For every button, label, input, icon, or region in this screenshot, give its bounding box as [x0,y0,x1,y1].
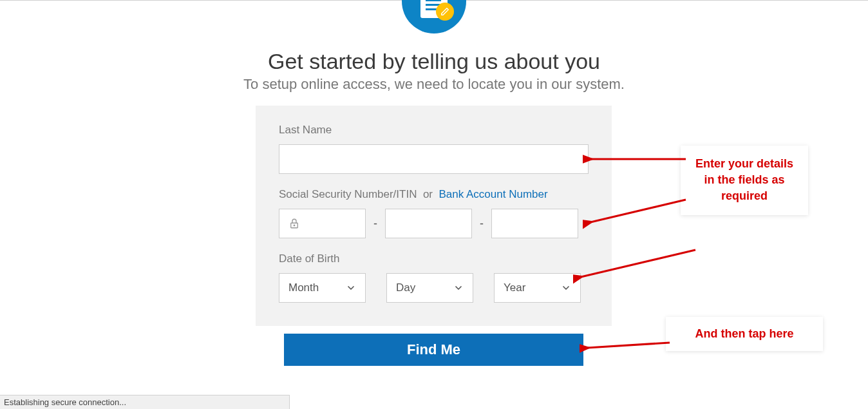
last-name-label: Last Name [279,124,589,137]
ssn-dash-1: - [373,217,377,231]
year-select[interactable]: Year [494,273,581,303]
chevron-down-icon [561,283,571,293]
annotation-arrow-4 [580,336,673,356]
ssn-input-1[interactable] [279,209,366,238]
lock-icon [288,218,300,229]
chevron-down-icon [346,283,356,293]
day-select-label: Day [396,281,415,294]
month-select[interactable]: Month [279,273,366,303]
ssn-label-row: Social Security Number/ITIN or Bank Acco… [279,188,589,201]
month-select-label: Month [288,281,319,294]
ssn-label-text: Social Security Number/ITIN [279,188,417,200]
chevron-down-icon [453,283,464,293]
find-me-button[interactable]: Find Me [284,334,583,366]
dob-row: Month Day Year [279,273,589,303]
status-bar: Establishing secure connection... [0,395,290,409]
ssn-or-text: or [423,188,433,200]
year-select-label: Year [504,281,525,294]
bank-account-link[interactable]: Bank Account Number [439,188,547,200]
ssn-dash-2: - [480,217,484,231]
page-subheading: To setup online access, we need to locat… [0,76,868,93]
header-icon-circle [402,0,466,33]
svg-point-1 [294,225,295,226]
pencil-badge-icon [436,3,454,21]
ssn-input-3[interactable] [491,209,578,238]
annotation-tap-box: And then tap here [666,317,823,351]
clipboard-icon [420,0,448,18]
svg-line-9 [587,343,670,348]
day-select[interactable]: Day [386,273,473,303]
annotation-details-box: Enter your details in the fields as requ… [681,146,808,215]
last-name-input[interactable] [279,144,589,174]
form-panel: Last Name Social Security Number/ITIN or… [256,106,612,326]
ssn-input-2[interactable] [385,209,472,238]
dob-label: Date of Birth [279,252,589,265]
page-heading: Get started by telling us about you [0,49,868,74]
ssn-input-row: - - [279,209,589,238]
